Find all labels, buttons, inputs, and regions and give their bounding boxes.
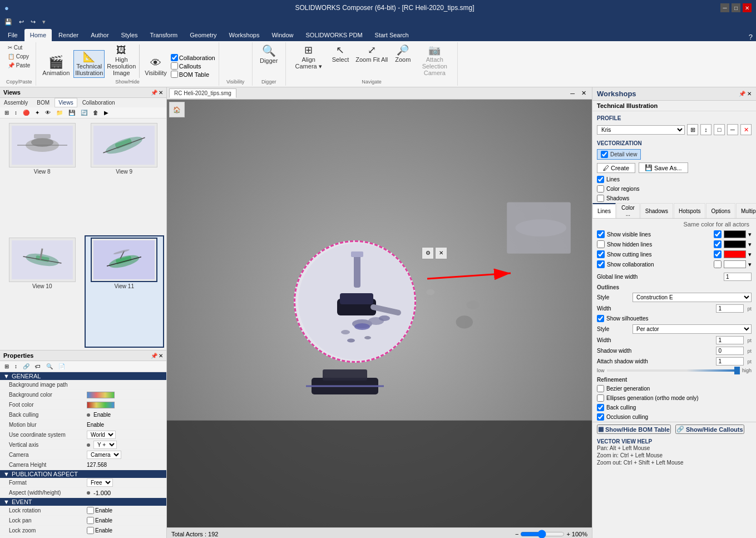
tb-btn4[interactable]: ✦ [33, 108, 42, 117]
bom-table-btn[interactable]: ▦ Show/Hide BOM Table [597, 425, 671, 434]
views-close-btn[interactable]: ✕ [159, 90, 163, 96]
outlines-width-input[interactable] [716, 304, 744, 313]
views-pin-btn[interactable]: 📌 [151, 90, 157, 96]
lock-pan-checkbox[interactable] [87, 517, 94, 524]
zoom-btn[interactable]: 🔎 Zoom [392, 43, 414, 65]
ws-tab-color[interactable]: Color ... [616, 203, 640, 218]
tab-geometry[interactable]: Geometry [184, 29, 222, 41]
collaboration-checkbox[interactable] [171, 54, 178, 61]
ws-tab-shadows[interactable]: Shadows [640, 203, 673, 218]
tab-search[interactable]: Start Search [369, 29, 414, 41]
bezier-checkbox[interactable] [597, 385, 604, 392]
tab-pdm[interactable]: SOLIDWORKS PDM [300, 29, 368, 41]
tb-btn6[interactable]: 📁 [54, 108, 65, 117]
visible-lines-color[interactable] [724, 230, 746, 238]
copy-btn[interactable]: 📋 Copy [6, 52, 32, 61]
callouts-btn[interactable]: 🔗 Show/Hide Callouts [675, 425, 744, 434]
select-btn[interactable]: ↖ Select [329, 43, 352, 65]
ws-profile-select[interactable]: Kris [597, 125, 685, 135]
callouts-check[interactable]: Callouts [171, 62, 215, 70]
props-pin-btn[interactable]: 📌 [151, 353, 157, 359]
animation-btn[interactable]: 🎬 Animation [39, 55, 72, 78]
prop-tb5[interactable]: 🔍 [44, 362, 55, 371]
viewport-close[interactable]: ✕ [578, 90, 590, 97]
zoom-in-btn[interactable]: + [566, 531, 570, 537]
detail-close-btn[interactable]: ✕ [435, 247, 447, 259]
ws-create-btn[interactable]: 🖊 Create [597, 163, 635, 173]
event-header[interactable]: ▼ EVENT [0, 498, 166, 506]
tab-home[interactable]: Home [24, 29, 52, 41]
visibility-btn[interactable]: 👁 Visibility [142, 56, 170, 78]
show-silhouettes-checkbox[interactable] [597, 315, 604, 322]
ws-pin-btn[interactable]: 📌 [739, 91, 745, 97]
prop-tb3[interactable]: 🔗 [21, 362, 32, 371]
prop-tb2[interactable]: ↕ [12, 362, 19, 371]
tb-btn2[interactable]: ↕ [12, 108, 19, 117]
shadows-checkbox[interactable] [597, 195, 604, 202]
hidden-lines-check2[interactable] [714, 240, 722, 248]
tb-btn1[interactable]: ⊞ [2, 108, 11, 117]
technical-illustration-btn[interactable]: 📐 Technical Illustration [73, 50, 105, 78]
ws-save-as-btn[interactable]: 💾 Save As... [639, 162, 688, 173]
tb-btn10[interactable]: ▶ [102, 108, 111, 117]
tab-window[interactable]: Window [266, 29, 299, 41]
collaboration-check[interactable]: Collaboration [171, 54, 215, 61]
detail-view-control[interactable]: Detail view [597, 149, 641, 160]
viewport[interactable]: ⚙ ✕ 🏠 [167, 100, 592, 527]
tab-styles[interactable]: Styles [116, 29, 144, 41]
ws-tab-hotspots[interactable]: Hotspots [674, 203, 705, 218]
collaboration-lines-check2[interactable] [714, 260, 722, 268]
visible-lines-dd[interactable]: ▾ [748, 231, 752, 238]
view-8-item[interactable]: View 8 [2, 121, 82, 233]
collaboration-lines-dd[interactable]: ▾ [748, 261, 752, 268]
outlines-style-select[interactable]: Construction E [633, 293, 752, 302]
attach-shadow-width-input[interactable] [716, 357, 744, 366]
slider-thumb[interactable] [734, 367, 740, 374]
digger-btn[interactable]: 🔍 Digger [257, 43, 280, 66]
ws-tab-multiple[interactable]: Multiple [736, 203, 756, 218]
tb-btn7[interactable]: 💾 [66, 108, 77, 117]
bom-check[interactable]: BOM Table [171, 71, 215, 78]
cutting-lines-checkbox[interactable] [597, 250, 605, 258]
sil-width-input[interactable] [716, 336, 744, 344]
general-section-header[interactable]: ▼ GENERAL [0, 372, 166, 380]
save-quick-btn[interactable]: 💾 [2, 17, 14, 27]
bom-checkbox[interactable] [171, 71, 178, 78]
pub-aspect-header[interactable]: ▼ PUBLICATION ASPECT [0, 470, 166, 478]
cutting-lines-dd[interactable]: ▾ [748, 251, 752, 258]
ws-tab-options[interactable]: Options [706, 203, 735, 218]
ellipses-checkbox[interactable] [597, 394, 604, 402]
cutting-lines-color[interactable] [724, 250, 746, 258]
tab-render[interactable]: Render [53, 29, 84, 41]
callouts-checkbox[interactable] [171, 62, 178, 70]
hidden-lines-checkbox[interactable] [597, 240, 605, 248]
minimize-btn[interactable]: ─ [720, 3, 729, 12]
prop-tb4[interactable]: 🏷 [33, 362, 43, 371]
undo-btn[interactable]: ↩ [17, 17, 26, 27]
occlusion-checkbox[interactable] [597, 413, 604, 421]
ws-profile-btn1[interactable]: ⊞ [687, 124, 698, 135]
lines-checkbox[interactable] [597, 176, 604, 183]
ws-profile-btn2[interactable]: ↕ [700, 124, 711, 135]
color-regions-checkbox[interactable] [597, 185, 604, 193]
prop-tb6[interactable]: 📄 [56, 362, 67, 371]
lock-zoom-checkbox[interactable] [87, 527, 94, 534]
maximize-btn[interactable]: □ [732, 3, 740, 12]
tab-author[interactable]: Author [85, 29, 114, 41]
ws-profile-btn5[interactable]: ✕ [740, 124, 752, 135]
window-controls[interactable]: ─ □ ✕ [720, 3, 752, 12]
tb-btn3[interactable]: 🔴 [21, 108, 32, 117]
format-dropdown[interactable]: Free [87, 478, 113, 487]
refinement-slider[interactable] [607, 369, 740, 372]
zoom-out-btn[interactable]: − [515, 531, 518, 537]
attach-camera-btn[interactable]: 📷 Attach Selection Camera [415, 43, 454, 78]
viewport-home-btn[interactable]: 🏠 [169, 102, 185, 117]
camera-dropdown[interactable]: Camera [87, 451, 121, 459]
visible-lines-check2[interactable] [714, 230, 722, 238]
tab-workshops[interactable]: Workshops [224, 29, 265, 41]
collaboration-lines-color[interactable] [724, 260, 746, 268]
ws-profile-btn3[interactable]: □ [714, 124, 725, 135]
tb-btn9[interactable]: 🗑 [91, 108, 101, 117]
paste-btn[interactable]: 📌 Paste [6, 61, 32, 70]
global-line-width-input[interactable] [724, 273, 752, 281]
